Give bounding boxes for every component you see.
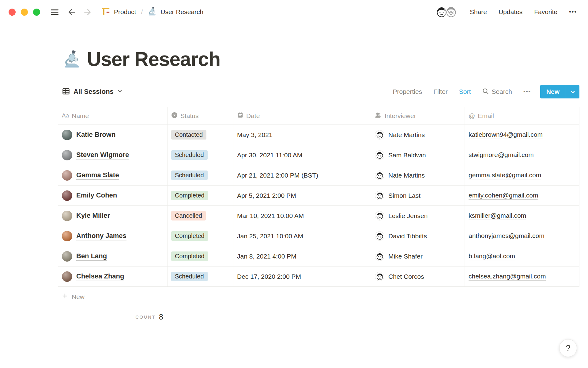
date-cell[interactable]: Apr 5, 2021 2:00 PM — [233, 186, 371, 205]
new-button-chevron-icon[interactable] — [566, 85, 579, 98]
person-avatar — [62, 211, 72, 221]
name-cell[interactable]: Emily Cohen — [58, 186, 168, 205]
email-cell[interactable]: b.lang@aol.com — [465, 246, 579, 266]
breadcrumb-item-user-research[interactable]: User Research — [160, 8, 203, 16]
email-link[interactable]: anthonyjames@gmail.com — [469, 232, 545, 240]
email-cell[interactable]: chelsea.zhang@gmail.com — [465, 266, 579, 286]
page-title: User Research — [87, 48, 220, 70]
favorite-button[interactable]: Favorite — [534, 8, 557, 16]
page-more-options-icon[interactable]: ••• — [569, 9, 577, 15]
status-cell[interactable]: Cancelled — [168, 206, 233, 226]
zoom-window-button[interactable] — [33, 9, 40, 16]
view-switcher[interactable]: All Sessions — [62, 87, 123, 97]
interviewer-cell[interactable]: David Tibbitts — [371, 226, 465, 246]
date-cell[interactable]: Dec 17, 2020 2:00 PM — [233, 266, 371, 286]
column-header-status[interactable]: Status — [168, 107, 233, 125]
email-link[interactable]: gemma.slate@gmail.com — [469, 171, 541, 179]
updates-button[interactable]: Updates — [499, 8, 522, 16]
person-avatar — [62, 231, 72, 241]
email-link[interactable]: katiebrown94@gmail.com — [469, 131, 543, 139]
interviewer-avatar — [375, 251, 384, 261]
breadcrumb-item-product[interactable]: Product — [114, 8, 136, 16]
email-link[interactable]: ksmiller@gmail.com — [469, 212, 526, 220]
interviewer-cell[interactable]: Sam Baldwin — [371, 145, 465, 165]
name-cell[interactable]: Ben Lang — [58, 246, 168, 266]
email-cell[interactable]: anthonyjames@gmail.com — [465, 226, 579, 246]
new-row-button[interactable]: New — [58, 287, 579, 307]
interviewer-cell[interactable]: Leslie Jensen — [371, 206, 465, 226]
interviewer-avatar — [375, 150, 384, 160]
date-cell[interactable]: Apr 30, 2021 11:00 AM — [233, 145, 371, 165]
name-cell[interactable]: Katie Brown — [58, 125, 168, 145]
email-property-icon: @ — [469, 113, 475, 119]
person-name-link[interactable]: Steven Wigmore — [76, 151, 129, 159]
date-cell[interactable]: Apr 21, 2021 2:00 PM (BST) — [233, 165, 371, 185]
email-cell[interactable]: stwigmore@gmail.com — [465, 145, 579, 165]
date-cell[interactable]: Jan 25, 2021 10:00 AM — [233, 226, 371, 246]
back-arrow-icon[interactable] — [66, 7, 76, 17]
filter-button[interactable]: Filter — [433, 88, 448, 95]
interviewer-cell[interactable]: Chet Corcos — [371, 266, 465, 286]
count-label: COUNT — [135, 314, 156, 320]
column-header-email[interactable]: @ Email — [465, 107, 579, 125]
close-window-button[interactable] — [9, 9, 16, 16]
status-cell[interactable]: Completed — [168, 246, 233, 266]
person-name-link[interactable]: Emily Cohen — [76, 191, 117, 200]
email-cell[interactable]: katiebrown94@gmail.com — [465, 125, 579, 145]
properties-button[interactable]: Properties — [393, 88, 422, 95]
person-name-link[interactable]: Chelsea Zhang — [76, 272, 124, 281]
view-more-options-icon[interactable]: ••• — [523, 89, 531, 95]
share-button[interactable]: Share — [470, 8, 487, 16]
column-header-date[interactable]: Date — [233, 107, 371, 125]
email-cell[interactable]: ksmiller@gmail.com — [465, 206, 579, 226]
person-name-link[interactable]: Ben Lang — [76, 252, 107, 261]
column-header-name[interactable]: Aa Name — [58, 107, 168, 125]
microscope-icon-large[interactable] — [62, 50, 81, 70]
table-row: Katie Brown Contacted May 3, 2021 Nate M… — [58, 125, 579, 145]
name-cell[interactable]: Anthony James — [58, 226, 168, 246]
name-cell[interactable]: Steven Wigmore — [58, 145, 168, 165]
name-cell[interactable]: Gemma Slate — [58, 165, 168, 185]
interviewer-cell[interactable]: Nate Martins — [371, 165, 465, 185]
count-row[interactable]: COUNT 8 — [58, 307, 168, 327]
date-cell[interactable]: May 3, 2021 — [233, 125, 371, 145]
help-button[interactable]: ? — [559, 339, 577, 357]
search-button[interactable]: Search — [482, 88, 512, 96]
forward-arrow-icon[interactable] — [83, 7, 93, 17]
status-badge: Contacted — [171, 130, 206, 140]
name-cell[interactable]: Kyle Miller — [58, 206, 168, 226]
name-cell[interactable]: Chelsea Zhang — [58, 266, 168, 286]
text-property-icon: Aa — [62, 113, 69, 119]
new-record-button[interactable]: New — [540, 85, 566, 98]
status-cell[interactable]: Contacted — [168, 125, 233, 145]
table-view-icon — [62, 87, 70, 97]
interviewer-cell[interactable]: Mike Shafer — [371, 246, 465, 266]
date-cell[interactable]: Jan 8, 2021 4:00 PM — [233, 246, 371, 266]
minimize-window-button[interactable] — [21, 9, 28, 16]
status-cell[interactable]: Scheduled — [168, 266, 233, 286]
email-cell[interactable]: emily.cohen@gmail.com — [465, 186, 579, 205]
email-link[interactable]: b.lang@aol.com — [469, 252, 515, 260]
email-link[interactable]: chelsea.zhang@gmail.com — [469, 273, 546, 281]
microscope-icon-small — [148, 7, 157, 17]
email-link[interactable]: stwigmore@gmail.com — [469, 151, 534, 159]
email-link[interactable]: emily.cohen@gmail.com — [469, 192, 538, 200]
sidebar-menu-icon[interactable] — [50, 7, 59, 17]
person-name-link[interactable]: Katie Brown — [76, 131, 115, 139]
date-cell[interactable]: Mar 10, 2021 10:00 AM — [233, 206, 371, 226]
sessions-table: Aa Name Status Date Interviewer — [58, 107, 579, 327]
status-cell[interactable]: Completed — [168, 226, 233, 246]
status-cell[interactable]: Scheduled — [168, 165, 233, 185]
column-header-interviewer[interactable]: Interviewer — [371, 107, 465, 125]
interviewer-cell[interactable]: Simon Last — [371, 186, 465, 205]
person-name-link[interactable]: Kyle Miller — [76, 212, 110, 220]
interviewer-cell[interactable]: Nate Martins — [371, 125, 465, 145]
sort-button[interactable]: Sort — [459, 88, 471, 95]
collaborator-avatar-2[interactable] — [444, 5, 458, 19]
person-name-link[interactable]: Anthony James — [76, 232, 126, 240]
status-cell[interactable]: Scheduled — [168, 145, 233, 165]
date-value: May 3, 2021 — [237, 131, 273, 139]
person-name-link[interactable]: Gemma Slate — [76, 171, 119, 180]
status-cell[interactable]: Completed — [168, 186, 233, 205]
email-cell[interactable]: gemma.slate@gmail.com — [465, 165, 579, 185]
